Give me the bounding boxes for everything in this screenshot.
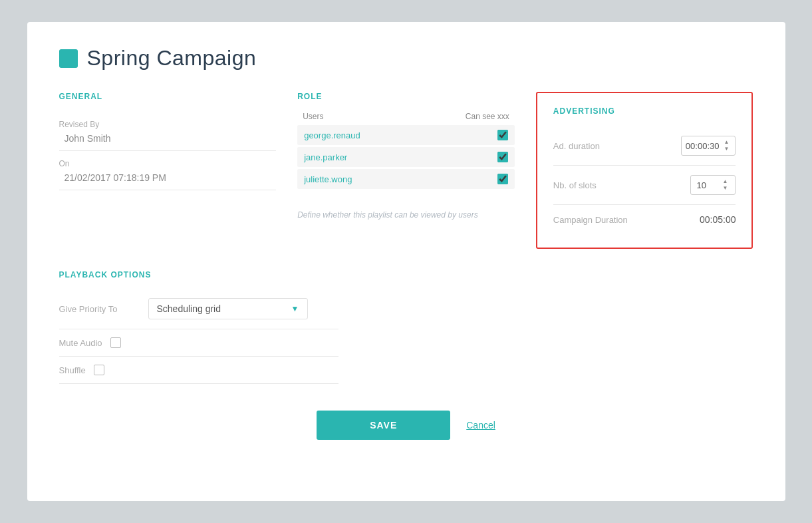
col-users-header: Users <box>303 112 323 121</box>
page-title: Spring Campaign <box>87 46 257 71</box>
modal-container: Spring Campaign GENERAL Revised By John … <box>27 22 785 501</box>
general-section: GENERAL Revised By John Smith On 21/02/2… <box>59 92 277 249</box>
col-can-see-header: Can see xxx <box>466 112 509 121</box>
revised-by-label: Revised By <box>59 120 277 129</box>
ad-duration-hours: 00 <box>686 141 695 151</box>
ad-duration-row: Ad. duration 00 : 00 : 30 ▲ ▼ <box>553 126 736 166</box>
mute-audio-checkbox[interactable] <box>110 337 121 348</box>
priority-label: Give Priority To <box>59 304 132 314</box>
shuffle-label: Shuffle <box>59 365 86 375</box>
role-user-checkbox[interactable] <box>497 152 508 162</box>
footer-actions: SAVE Cancel <box>59 411 753 440</box>
ad-duration-input[interactable]: 00 : 00 : 30 ▲ ▼ <box>681 136 736 156</box>
role-section: ROLE Users Can see xxx george.renaudjane… <box>297 92 515 249</box>
content-grid: GENERAL Revised By John Smith On 21/02/2… <box>59 92 753 249</box>
revised-by-value: John Smith <box>59 133 277 144</box>
role-user-row: jane.parker <box>297 147 515 167</box>
page-header: Spring Campaign <box>59 46 753 71</box>
campaign-duration-value: 00:05:00 <box>700 214 736 225</box>
playback-section-title: PLAYBACK OPTIONS <box>59 270 338 279</box>
role-user-row: george.renaud <box>297 125 515 145</box>
ad-duration-control: 00 : 00 : 30 ▲ ▼ <box>681 136 736 156</box>
nb-slots-up[interactable]: ▲ <box>720 178 730 185</box>
role-user-checkbox[interactable] <box>497 130 508 140</box>
role-users-list: george.renaudjane.parkerjuliette.wong <box>297 125 515 189</box>
general-section-title: GENERAL <box>59 92 277 101</box>
role-user-name: george.renaud <box>304 130 360 140</box>
save-button[interactable]: SAVE <box>317 411 450 440</box>
on-value: 21/02/2017 07:18:19 PM <box>59 172 277 183</box>
role-section-title: ROLE <box>297 92 515 101</box>
on-label: On <box>59 159 277 168</box>
priority-select[interactable]: Scheduling grid ▼ <box>148 298 308 319</box>
role-user-checkbox[interactable] <box>497 174 508 184</box>
priority-selected-value: Scheduling grid <box>157 303 221 314</box>
advertising-section-title: ADVERTISING <box>553 106 736 116</box>
nb-slots-input[interactable]: 10 ▲ ▼ <box>690 175 736 195</box>
ad-duration-label: Ad. duration <box>553 141 600 151</box>
cancel-button[interactable]: Cancel <box>466 420 495 431</box>
role-user-name: juliette.wong <box>304 174 352 184</box>
playback-section: PLAYBACK OPTIONS Give Priority To Schedu… <box>59 270 338 384</box>
role-table-header: Users Can see xxx <box>297 112 515 125</box>
nb-slots-value: 10 <box>696 180 706 190</box>
ad-duration-seconds: 30 <box>710 141 719 151</box>
ad-duration-down[interactable]: ▼ <box>722 146 731 152</box>
role-user-row: juliette.wong <box>297 169 515 189</box>
priority-row: Give Priority To Scheduling grid ▼ <box>59 290 338 329</box>
chevron-down-icon: ▼ <box>291 304 299 313</box>
revised-by-field: Revised By John Smith <box>59 112 277 151</box>
ad-duration-minutes: 00 <box>698 141 707 151</box>
nb-slots-label: Nb. of slots <box>553 180 597 190</box>
nb-slots-down[interactable]: ▼ <box>720 185 730 192</box>
nb-slots-control: 10 ▲ ▼ <box>690 175 736 195</box>
ad-duration-spinner: ▲ ▼ <box>722 139 731 152</box>
nb-slots-spinner: ▲ ▼ <box>720 178 730 192</box>
on-field: On 21/02/2017 07:18:19 PM <box>59 151 277 190</box>
nb-slots-row: Nb. of slots 10 ▲ ▼ <box>553 166 736 205</box>
ad-duration-up[interactable]: ▲ <box>722 139 731 146</box>
mute-audio-row: Mute Audio <box>59 329 338 357</box>
role-user-name: jane.parker <box>304 152 347 162</box>
campaign-duration-row: Campaign Duration 00:05:00 <box>553 205 736 234</box>
shuffle-checkbox[interactable] <box>94 365 104 375</box>
role-hint: Define whether this playlist can be view… <box>297 210 515 220</box>
mute-audio-label: Mute Audio <box>59 338 102 348</box>
advertising-section: ADVERTISING Ad. duration 00 : 00 : 30 ▲ … <box>536 92 753 249</box>
shuffle-row: Shuffle <box>59 357 338 384</box>
campaign-icon <box>59 49 78 68</box>
campaign-duration-label: Campaign Duration <box>553 215 628 225</box>
